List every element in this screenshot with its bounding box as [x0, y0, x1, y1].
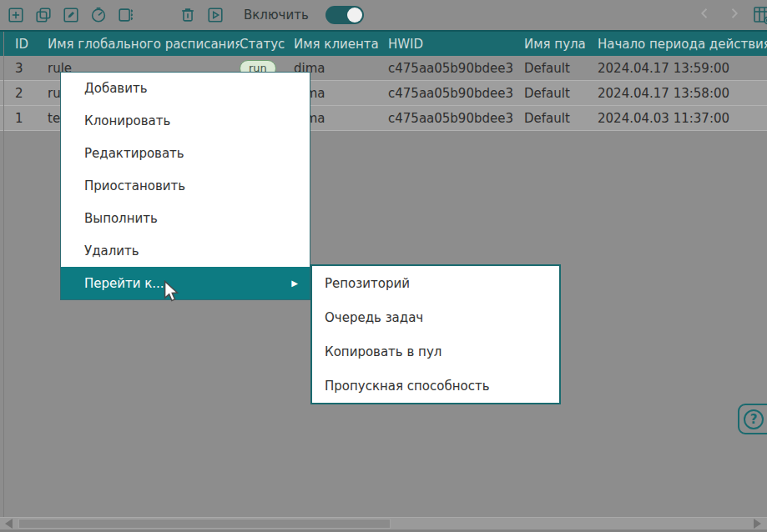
menu-item-pause[interactable]: Приостановить	[61, 170, 310, 203]
submenu-item-copy-to-pool[interactable]: Копировать в пул	[312, 334, 559, 369]
help-button[interactable]: ?	[738, 404, 767, 434]
question-mark-icon: ?	[744, 409, 764, 429]
run-icon	[206, 6, 225, 24]
copy-to-pool-icon	[117, 6, 135, 24]
menu-item-delete[interactable]: Удалить	[61, 234, 310, 267]
pause-timer-button[interactable]	[89, 6, 108, 24]
clone-icon	[34, 6, 53, 24]
toolbar-right	[696, 5, 767, 25]
toolbar: Включить	[0, 0, 767, 30]
context-menu: Добавить Клонировать Редактировать Приос…	[60, 72, 310, 300]
menu-item-execute[interactable]: Выполнить	[61, 202, 310, 234]
menu-item-add[interactable]: Добавить	[61, 73, 310, 105]
add-icon	[7, 6, 25, 24]
table-columns-gear-icon	[753, 14, 767, 30]
cell-pool: Default	[524, 86, 598, 101]
column-header-status[interactable]: Статус	[240, 37, 294, 52]
column-header-period-start[interactable]: Начало периода действия	[598, 37, 767, 52]
copy-to-pool-button[interactable]	[117, 6, 135, 24]
cell-period-start: 2024.04.17 13:59:00	[598, 61, 767, 76]
column-header-hwid[interactable]: HWID	[388, 37, 524, 52]
cell-period-start: 2024.04.03 11:37:00	[598, 111, 767, 126]
page-prev-button[interactable]	[696, 6, 714, 24]
cell-hwid: c475aa05b90bdee3	[388, 61, 524, 76]
go-to-submenu: Репозиторий Очередь задач Копировать в п…	[310, 264, 561, 404]
app-window: Включить ID Имя глобального расписания С…	[0, 0, 767, 532]
column-settings-button[interactable]	[753, 5, 767, 25]
edit-icon	[62, 6, 80, 24]
cell-pool: Default	[524, 111, 598, 126]
pause-timer-icon	[89, 6, 108, 24]
menu-item-edit[interactable]: Редактировать	[61, 138, 310, 170]
cell-hwid: c475aa05b90bdee3	[388, 111, 524, 126]
window-left-border	[3, 32, 4, 517]
menu-item-go-to[interactable]: Перейти к... ▶	[61, 267, 310, 299]
clone-button[interactable]	[34, 6, 53, 24]
edit-button[interactable]	[62, 6, 80, 24]
toggle-knob	[347, 8, 362, 23]
column-header-pool-name[interactable]: Имя пула	[524, 37, 598, 52]
chevron-left-icon	[698, 6, 713, 24]
cell-hwid: c475aa05b90bdee3	[388, 86, 524, 101]
cell-id: 2	[15, 86, 48, 101]
trash-icon	[179, 6, 197, 24]
chevron-right-icon	[726, 6, 741, 24]
run-button[interactable]	[206, 6, 225, 24]
cell-pool: Default	[524, 61, 598, 76]
submenu-item-repository[interactable]: Репозиторий	[312, 266, 559, 300]
enable-toggle[interactable]	[325, 6, 364, 24]
cell-period-start: 2024.04.17 13:58:00	[598, 86, 767, 101]
scroll-left-arrow-icon	[5, 519, 13, 529]
submenu-item-bandwidth[interactable]: Пропускная способность	[312, 369, 559, 403]
scroll-right-button[interactable]	[749, 518, 765, 529]
submenu-item-task-queue[interactable]: Очередь задач	[312, 300, 559, 334]
enable-label: Включить	[244, 8, 309, 23]
horizontal-scrollbar[interactable]	[0, 517, 767, 529]
menu-item-go-to-label: Перейти к...	[84, 276, 164, 291]
table-header: ID Имя глобального расписания Статус Имя…	[0, 30, 767, 56]
menu-item-clone[interactable]: Клонировать	[61, 105, 310, 138]
column-header-id[interactable]: ID	[15, 37, 48, 52]
page-next-button[interactable]	[724, 6, 743, 24]
scroll-left-button[interactable]	[0, 518, 17, 529]
delete-button[interactable]	[179, 6, 197, 24]
scroll-right-arrow-icon	[754, 519, 761, 529]
add-button[interactable]	[7, 6, 25, 24]
cell-id: 3	[15, 61, 48, 76]
column-header-client-name[interactable]: Имя клиента	[294, 37, 388, 52]
column-header-schedule-name[interactable]: Имя глобального расписания	[48, 37, 240, 52]
scrollbar-thumb[interactable]	[18, 519, 391, 529]
cell-id: 1	[15, 111, 48, 126]
submenu-arrow-icon: ▶	[291, 279, 298, 288]
